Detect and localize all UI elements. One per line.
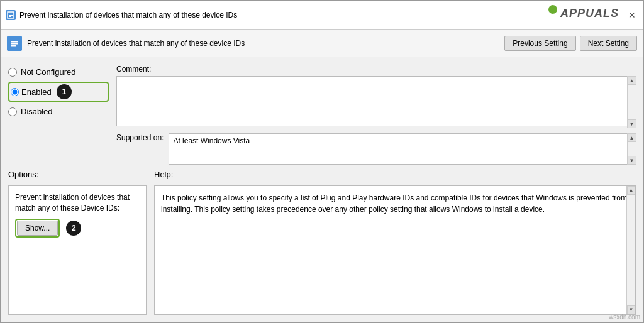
options-description: Prevent installation of devices that mat…: [15, 192, 140, 214]
badge-two: 2: [66, 221, 81, 236]
options-title: Options:: [8, 170, 147, 179]
close-button[interactable]: ✕: [626, 9, 638, 21]
badge-one: 1: [57, 84, 72, 99]
supported-container: At least Windows Vista ▲ ▼: [169, 133, 636, 165]
svg-rect-8: [11, 43, 18, 45]
show-button-row: Show... 2: [15, 219, 140, 238]
watermark: wsxdn.com: [609, 314, 640, 320]
enabled-label: Enabled: [21, 87, 52, 97]
title-bar-right: APPUALS ✕: [548, 4, 638, 25]
not-configured-radio[interactable]: [8, 68, 17, 77]
comment-container: ▲ ▼: [116, 76, 636, 128]
supported-field: Supported on: At least Windows Vista ▲ ▼: [116, 133, 636, 165]
help-panel: Help: This policy setting allows you to …: [154, 170, 636, 315]
previous-setting-button[interactable]: Previous Setting: [504, 36, 575, 51]
comment-label: Comment:: [116, 65, 636, 74]
comment-scrollbar: ▲ ▼: [627, 76, 636, 128]
supported-value: At least Windows Vista: [169, 133, 636, 165]
help-scroll-down[interactable]: ▼: [627, 305, 636, 314]
header-icon: [7, 36, 22, 51]
svg-rect-9: [11, 45, 16, 47]
comment-textarea[interactable]: [116, 76, 636, 126]
svg-text:APPUALS: APPUALS: [560, 7, 619, 19]
enabled-radio[interactable]: [11, 88, 19, 96]
show-button[interactable]: Show...: [17, 221, 58, 236]
supported-scroll-down[interactable]: ▼: [628, 156, 636, 165]
title-bar: Prevent installation of devices that mat…: [1, 1, 643, 30]
svg-rect-1: [9, 14, 13, 14]
header-buttons: Previous Setting Next Setting: [504, 36, 637, 51]
comment-field: Comment: ▲ ▼: [116, 65, 636, 128]
help-title: Help:: [154, 170, 636, 179]
radio-group: Not Configured Enabled 1 Disabled: [8, 65, 109, 165]
supported-scrollbar: ▲ ▼: [627, 133, 636, 165]
title-bar-left: Prevent installation of devices that mat…: [6, 10, 237, 20]
svg-rect-3: [9, 16, 11, 17]
help-scrollbar: ▲ ▼: [626, 186, 635, 314]
next-setting-button[interactable]: Next Setting: [580, 36, 637, 51]
supported-header: Supported on: At least Windows Vista ▲ ▼: [116, 133, 636, 165]
enabled-option-row: Enabled 1: [8, 82, 109, 102]
not-configured-option[interactable]: Not Configured: [8, 67, 109, 77]
help-scroll-up[interactable]: ▲: [627, 186, 636, 195]
disabled-option[interactable]: Disabled: [8, 107, 109, 116]
comment-scroll-up[interactable]: ▲: [628, 76, 636, 85]
disabled-label: Disabled: [21, 107, 53, 116]
appuals-logo: APPUALS: [548, 4, 623, 25]
comment-scroll-down[interactable]: ▼: [628, 119, 636, 128]
right-panel: Comment: ▲ ▼ Supported on:: [116, 65, 636, 165]
header-title: Prevent installation of devices that mat…: [27, 39, 245, 48]
supported-label: Supported on:: [116, 133, 164, 142]
content-area: Not Configured Enabled 1 Disabled Commen…: [1, 57, 643, 322]
show-button-wrapper: Show...: [15, 219, 60, 238]
help-text: This policy setting allows you to specif…: [161, 194, 627, 214]
svg-rect-7: [11, 41, 18, 43]
not-configured-label: Not Configured: [21, 67, 75, 77]
window-icon: [6, 10, 16, 20]
supported-scroll-up[interactable]: ▲: [628, 133, 636, 142]
disabled-radio[interactable]: [8, 107, 17, 116]
options-panel: Options: Prevent installation of devices…: [8, 170, 147, 315]
top-section: Not Configured Enabled 1 Disabled Commen…: [8, 65, 636, 165]
help-box: This policy setting allows you to specif…: [154, 185, 636, 315]
svg-rect-2: [9, 15, 13, 16]
bottom-section: Options: Prevent installation of devices…: [8, 170, 636, 315]
svg-point-4: [548, 5, 557, 14]
header-bar: Prevent installation of devices that mat…: [1, 30, 643, 57]
options-box: Prevent installation of devices that mat…: [8, 185, 147, 315]
window-title: Prevent installation of devices that mat…: [19, 11, 237, 19]
main-window: Prevent installation of devices that mat…: [0, 0, 644, 323]
header-left: Prevent installation of devices that mat…: [7, 36, 245, 51]
